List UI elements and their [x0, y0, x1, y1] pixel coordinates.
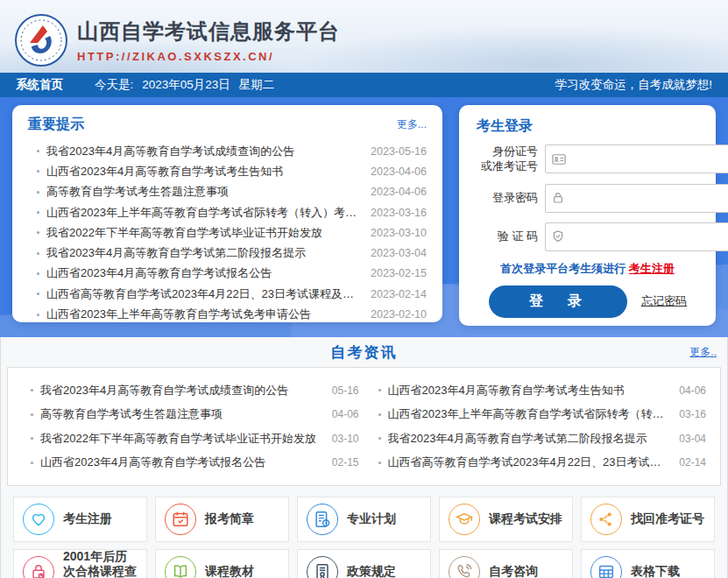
bullet-icon	[37, 211, 39, 214]
bullet-icon	[31, 389, 33, 391]
quick-links-grid: 考生注册 报考简章 专业计划	[13, 497, 715, 578]
notice-date: 2023-04-06	[360, 186, 427, 198]
forgot-password-link[interactable]: 忘记密码	[641, 293, 687, 309]
news-date: 02-15	[319, 456, 359, 469]
captcha-field-label: 验 证 码	[477, 229, 538, 244]
news-item: 山西省高等教育自学考试2023年4月22日、23日考试课程及时间02-14	[370, 451, 707, 476]
news-date: 04-06	[666, 384, 706, 397]
news-link[interactable]: 山西省高等教育自学考试2023年4月22日、23日考试课程及时间	[388, 455, 667, 470]
news-item: 山西省2023年上半年高等教育自学考试省际转考（转入）考生信...03-16	[370, 403, 707, 427]
news-header: 自考资讯 更多..	[1, 337, 727, 367]
notice-date: 2023-03-10	[360, 227, 427, 239]
notice-link[interactable]: 高等教育自学考试考生答题注意事项	[46, 184, 360, 200]
bullet-icon	[37, 170, 39, 173]
login-form: 身份证号 或准考证号	[477, 144, 698, 318]
notice-list: 我省2023年4月高等教育自学考试成绩查询的公告2023-05-16 山西省20…	[28, 141, 427, 325]
nav-date-value: 2023年05月23日	[142, 78, 230, 91]
notice-link[interactable]: 山西省2023年上半年高等教育自学考试免考申请公告	[46, 307, 360, 322]
bullet-icon	[37, 252, 39, 255]
bullet-icon	[378, 413, 381, 416]
book-icon	[165, 556, 196, 578]
quick-link-retrieve-ticket[interactable]: 找回准考证号	[581, 497, 715, 542]
quick-link-exam-schedule[interactable]: 课程考试安排	[439, 497, 573, 542]
retrieve-ticket-icon	[590, 504, 622, 535]
notices-panel: 重要提示 更多... 我省2023年4月高等教育自学考试成绩查询的公告2023-…	[12, 105, 442, 322]
bullet-icon	[37, 231, 39, 234]
nav-home-link[interactable]: 系统首页	[16, 77, 63, 93]
notice-date: 2023-03-16	[360, 207, 427, 219]
news-link[interactable]: 我省2023年4月高等教育自学考试第二阶段报名提示	[388, 431, 667, 447]
site-header: 山西自学考试信息服务平台 HTTP://ZIKAO.SXKSZX.CN/	[0, 0, 728, 73]
nav-slogan: 学习改变命运，自考成就梦想!	[555, 77, 712, 93]
quick-link-textbooks[interactable]: 课程教材	[155, 549, 289, 578]
notice-date: 2023-03-04	[360, 247, 427, 259]
news-item: 山西省2023年4月高等教育自学考试考生告知书04-06	[370, 378, 707, 403]
bullet-icon	[378, 437, 381, 440]
notices-more-link[interactable]: 更多...	[397, 117, 427, 132]
news-link[interactable]: 山西省2023年上半年高等教育自学考试省际转考（转入）考生信...	[388, 406, 667, 422]
bullet-icon	[378, 389, 381, 391]
notice-link[interactable]: 山西省高等教育自学考试2023年4月22日、23日考试课程及时间	[46, 286, 360, 302]
password-input[interactable]	[569, 185, 724, 212]
notice-link[interactable]: 山西省2023年4月高等教育自学考试报名公告	[46, 265, 360, 281]
quick-link-policies[interactable]: 政策规定	[297, 549, 431, 578]
notice-date: 2023-02-10	[360, 308, 427, 321]
bullet-icon	[31, 437, 33, 440]
quick-link-forms-download[interactable]: 表格下载	[581, 549, 715, 578]
notice-item: 山西省2023年4月高等教育自学考试报名公告2023-02-15	[28, 264, 427, 284]
bullet-icon	[37, 293, 39, 295]
quick-link-major-plan[interactable]: 专业计划	[297, 497, 431, 542]
quick-link-guide[interactable]: 报考简章	[155, 497, 289, 542]
news-item: 我省2022年下半年高等教育自学考试毕业证书开始发放03-10	[22, 426, 359, 451]
login-panel: 考生登录 身份证号 或准考证号	[459, 105, 716, 326]
news-date: 03-04	[666, 433, 706, 445]
news-link[interactable]: 我省2023年4月高等教育自学考试成绩查询的公告	[40, 383, 319, 398]
news-column-left: 我省2023年4月高等教育自学考试成绩查询的公告05-16 高等教育自学考试考生…	[17, 378, 364, 475]
id-number-input[interactable]	[571, 145, 725, 173]
news-link[interactable]: 我省2022年下半年高等教育自学考试毕业证书开始发放	[40, 431, 319, 447]
password-field-label: 登录密码	[477, 191, 538, 206]
id-field-label: 身份证号 或准考证号	[477, 144, 538, 174]
register-hint: 首次登录平台考生须进行 考生注册	[477, 261, 698, 277]
hero-section: 重要提示 更多... 我省2023年4月高等教育自学考试成绩查询的公告2023-…	[0, 97, 728, 337]
id-card-icon	[551, 152, 567, 167]
quick-link-consult[interactable]: 自考咨询	[439, 549, 573, 578]
notice-link[interactable]: 山西省2023年4月高等教育自学考试考生告知书	[46, 164, 360, 180]
quick-link-course-query-2001[interactable]: 2001年后历次合格课程查询	[13, 549, 147, 578]
document-plan-icon	[307, 504, 338, 535]
captcha-input[interactable]	[569, 223, 724, 250]
notice-link[interactable]: 我省2023年4月高等教育自学考试第二阶段报名提示	[46, 245, 360, 261]
news-item: 山西省2023年4月高等教育自学考试报名公告02-15	[22, 451, 359, 476]
news-more-link[interactable]: 更多..	[689, 345, 717, 360]
news-title: 自考资讯	[331, 342, 398, 363]
nav-weekday: 星期二	[239, 78, 275, 91]
news-item: 高等教育自学考试考生答题注意事项04-06	[22, 403, 359, 427]
bullet-icon	[37, 272, 39, 275]
notice-item: 高等教育自学考试考生答题注意事项2023-04-06	[28, 182, 427, 202]
news-date: 03-16	[666, 408, 706, 420]
notice-item: 我省2023年4月高等教育自学考试成绩查询的公告2023-05-16	[28, 141, 427, 161]
news-link[interactable]: 山西省2023年4月高等教育自学考试考生告知书	[388, 383, 667, 398]
notice-link[interactable]: 山西省2023年上半年高等教育自学考试省际转考（转入）考生信息...	[46, 205, 360, 221]
register-link[interactable]: 考生注册	[629, 262, 675, 275]
quick-link-register[interactable]: 考生注册	[13, 497, 147, 542]
table-download-icon	[590, 556, 622, 578]
bullet-icon	[37, 191, 39, 194]
notice-link[interactable]: 我省2022年下半年高等教育自学考试毕业证书开始发放	[46, 225, 360, 241]
lock-query-icon	[23, 556, 54, 578]
bullet-icon	[37, 314, 39, 316]
nav-date: 今天是:2023年05月23日星期二	[95, 77, 283, 93]
news-box: 我省2023年4月高等教育自学考试成绩查询的公告05-16 高等教育自学考试考生…	[7, 367, 721, 486]
news-date: 03-10	[319, 433, 359, 445]
news-date: 05-16	[319, 384, 359, 397]
notice-item: 山西省2023年上半年高等教育自学考试免考申请公告2023-02-10	[28, 304, 427, 324]
login-button[interactable]: 登 录	[489, 285, 627, 318]
notice-date: 2023-04-06	[360, 166, 427, 178]
news-link[interactable]: 高等教育自学考试考生答题注意事项	[40, 406, 319, 422]
notice-date: 2023-02-15	[360, 267, 427, 279]
bullet-icon	[31, 413, 33, 416]
notice-link[interactable]: 我省2023年4月高等教育自学考试成绩查询的公告	[46, 144, 360, 159]
news-item: 我省2023年4月高等教育自学考试成绩查询的公告05-16	[22, 378, 359, 403]
news-link[interactable]: 山西省2023年4月高等教育自学考试报名公告	[40, 455, 319, 470]
notices-title: 重要提示	[28, 116, 84, 134]
